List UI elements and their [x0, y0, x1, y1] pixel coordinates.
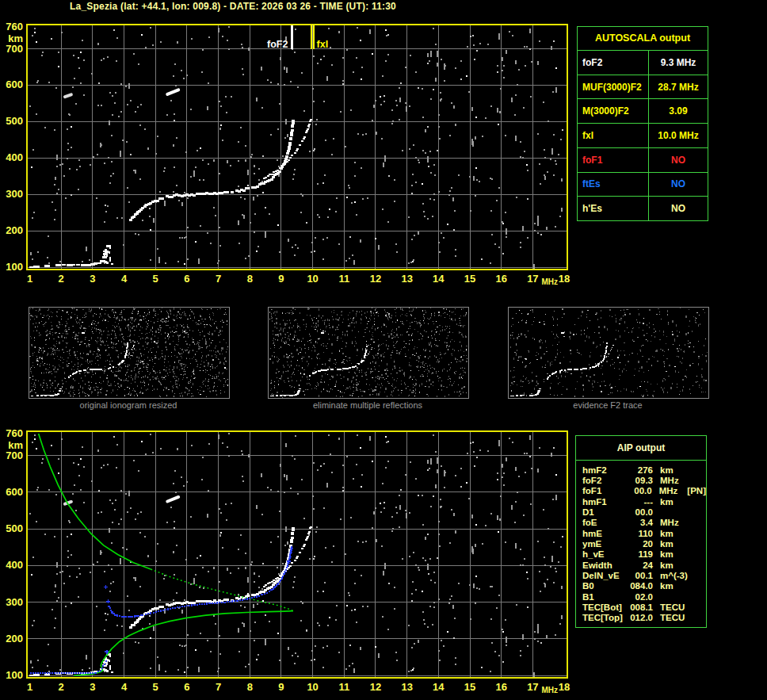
aip-name: D1	[582, 507, 627, 517]
x-axis-tick-7: 7	[211, 681, 227, 693]
x-axis-tick-6: 6	[179, 681, 195, 693]
page-title: La_Spezia (lat: +44.1, lon: 009.8) - DAT…	[70, 1, 396, 12]
x-axis-tick-4: 4	[116, 273, 132, 285]
aip-value: ---	[627, 497, 653, 507]
y-axis-tick-100: 100	[0, 261, 23, 273]
profile-ionogram-plot	[26, 430, 568, 679]
aip-value: 3.4	[627, 518, 653, 527]
autoscala-param-value: 3.09	[649, 99, 708, 123]
aip-value: 084.0	[627, 581, 653, 591]
aip-name: TEC[Bot]	[582, 602, 627, 612]
x-axis-tick-11: 11	[336, 273, 352, 285]
x-axis-tick-18: 18	[556, 273, 572, 285]
y-axis-tick-300: 300	[0, 596, 23, 608]
x-axis-tick-1: 1	[22, 273, 38, 285]
aip-value: 24	[627, 560, 653, 570]
autoscala-row-fof1: foF1NO	[578, 148, 708, 173]
thumbnail-caption-original: original ionogram resized	[29, 400, 228, 410]
autoscala-row-fof2: foF29.3 MHz	[578, 51, 708, 75]
x-axis-tick-15: 15	[462, 681, 478, 693]
x-axis-tick-7: 7	[211, 273, 227, 285]
aip-value: 276	[627, 465, 653, 475]
thumbnail-eliminate-reflections	[268, 307, 469, 399]
x-axis-tick-13: 13	[399, 681, 415, 693]
aip-name: B0	[582, 581, 627, 591]
aip-value: 00.1	[627, 571, 653, 580]
aip-row-foe: foE3.4MHz	[576, 518, 706, 528]
x-axis-tick-10: 10	[305, 273, 321, 285]
y-axis-tick-600: 600	[0, 486, 23, 498]
thumbnail-evidence-f2-trace	[508, 307, 709, 399]
aip-value: 119	[627, 549, 653, 559]
y-axis-tick-600: 600	[0, 78, 23, 90]
autoscala-param-value: NO	[649, 197, 708, 220]
y-axis-tick-760: 760	[0, 427, 23, 439]
y-axis-tick-400: 400	[0, 151, 23, 163]
aip-row-fof2: foF209.3MHz	[576, 475, 706, 485]
autoscala-param-name: h'Es	[578, 197, 649, 220]
thumbnail-evidence-f2-trace-image	[509, 308, 708, 398]
aip-table-title: AIP output	[576, 436, 706, 461]
y-axis-tick-200: 200	[0, 224, 23, 236]
x-axis-tick-9: 9	[273, 273, 289, 285]
aip-unit: TECU	[660, 613, 685, 622]
main-ionogram-plot: foF2fxI	[26, 24, 568, 270]
thumbnail-caption-evidence: evidence F2 trace	[508, 400, 708, 410]
autoscala-param-value: 9.3 MHz	[649, 51, 708, 75]
x-axis-tick-14: 14	[430, 273, 446, 285]
aip-unit: MHz	[660, 518, 679, 527]
aip-row-yme: ymE20km	[576, 538, 706, 549]
x-axis-tick-10: 10	[305, 681, 321, 693]
thumbnail-original-ionogram-image	[29, 308, 229, 398]
aip-row-tec-bot-: TEC[Bot]008.1TECU	[576, 602, 706, 612]
x-axis-tick-12: 12	[368, 273, 384, 285]
autoscala-param-name: MUF(3000)F2	[578, 75, 649, 99]
autoscala-param-name: fxI	[578, 124, 649, 147]
x-axis-tick-11: 11	[336, 681, 352, 693]
aip-name: foE	[582, 518, 627, 527]
aip-row-b0: B0084.0km	[576, 581, 706, 591]
y-axis-tick-200: 200	[0, 633, 23, 645]
aip-name: hmF2	[582, 465, 627, 475]
aip-value: 20	[627, 539, 653, 549]
aip-row-d1: D100.0	[576, 507, 706, 517]
autoscala-param-value: NO	[649, 173, 708, 197]
aip-name: hmE	[582, 529, 627, 538]
autoscala-param-name: M(3000)F2	[578, 99, 649, 123]
aip-unit: MHz	[660, 476, 679, 485]
aip-name: hmF1	[582, 497, 627, 507]
x-axis-tick-14: 14	[430, 681, 446, 693]
x-axis-tick-2: 2	[53, 273, 69, 285]
autoscala-screen: La_Spezia (lat: +44.1, lon: 009.8) - DAT…	[0, 0, 767, 700]
aip-unit: km	[660, 529, 674, 538]
aip-name: h_vE	[582, 549, 627, 559]
aip-unit: km	[660, 549, 674, 559]
autoscala-param-name: foF1	[578, 148, 649, 172]
x-axis-tick-5: 5	[147, 273, 163, 285]
autoscala-param-name: foF2	[578, 51, 649, 75]
aip-row-b1: B102.0	[576, 591, 706, 602]
aip-name: Ewidth	[582, 560, 627, 570]
x-axis-unit-label: MHz	[541, 686, 558, 694]
aip-value: 00.0	[626, 486, 652, 495]
autoscala-param-value: 10.0 MHz	[649, 124, 708, 147]
aip-unit: km	[660, 539, 674, 549]
autoscala-param-value: NO	[649, 148, 708, 172]
x-axis-tick-1: 1	[22, 681, 38, 693]
aip-unit: MHz	[659, 486, 678, 495]
y-axis-tick-400: 400	[0, 559, 23, 571]
aip-name: ymE	[582, 539, 627, 549]
aip-row-hme: hmE110km	[576, 528, 706, 538]
y-axis-tick-500: 500	[0, 115, 23, 127]
aip-value: 00.0	[627, 507, 653, 517]
foF2-marker-label: foF2	[267, 39, 288, 50]
aip-value: 02.0	[627, 592, 653, 602]
autoscala-table-rows: foF29.3 MHzMUF(3000)F228.7 MHzM(3000)F23…	[578, 51, 708, 220]
aip-unit: km	[660, 560, 674, 570]
aip-row-tec-top-: TEC[Top]012.0TECU	[576, 613, 706, 623]
fxI-marker-label: fxI	[317, 39, 329, 50]
x-axis-tick-8: 8	[242, 681, 258, 693]
x-axis-tick-18: 18	[556, 681, 572, 693]
aip-value: 110	[627, 529, 653, 538]
x-axis-tick-8: 8	[242, 273, 258, 285]
